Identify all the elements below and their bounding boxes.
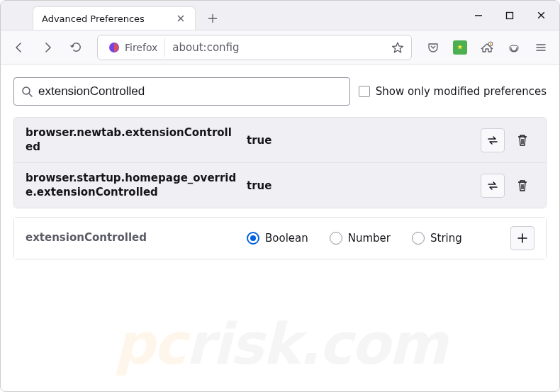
radio-label: Number bbox=[348, 232, 391, 245]
search-row: Show only modified preferences bbox=[13, 77, 547, 106]
tabs-area: Advanced Preferences bbox=[1, 1, 463, 30]
search-icon bbox=[21, 86, 33, 97]
window-minimize-button[interactable] bbox=[463, 2, 494, 29]
pref-name: browser.newtab.extensionControlled bbox=[26, 126, 238, 154]
delete-button[interactable] bbox=[510, 128, 534, 152]
radio-label: Boolean bbox=[265, 232, 308, 245]
watermark-risk: risk.com bbox=[185, 311, 446, 377]
new-pref-actions bbox=[510, 226, 534, 250]
app-menu-button[interactable] bbox=[528, 35, 554, 60]
extension-icon bbox=[453, 40, 467, 55]
bookmark-star-button[interactable] bbox=[387, 37, 408, 58]
radio-number[interactable]: Number bbox=[330, 232, 391, 245]
url-bar[interactable]: Firefox about:config bbox=[97, 35, 412, 60]
radio-boolean[interactable]: Boolean bbox=[247, 232, 308, 245]
preferences-table: browser.newtab.extensionControlled true … bbox=[13, 117, 547, 208]
window-controls bbox=[463, 1, 559, 30]
new-tab-button[interactable] bbox=[201, 7, 224, 30]
show-modified-checkbox[interactable] bbox=[359, 86, 370, 97]
pocket-button[interactable] bbox=[420, 35, 446, 60]
url-identity-box[interactable]: Firefox bbox=[101, 38, 165, 57]
tab-title: Advanced Preferences bbox=[42, 13, 169, 24]
config-content: Show only modified preferences browser.n… bbox=[1, 65, 559, 391]
toggle-button[interactable] bbox=[481, 128, 505, 152]
delete-button[interactable] bbox=[510, 174, 534, 198]
browser-tab[interactable]: Advanced Preferences bbox=[33, 6, 196, 30]
radio-input[interactable] bbox=[412, 232, 425, 245]
titlebar: Advanced Preferences bbox=[1, 1, 559, 30]
pref-value: true bbox=[247, 134, 472, 147]
watermark-pc: pc bbox=[114, 311, 186, 377]
extension-button[interactable] bbox=[447, 35, 473, 60]
search-input[interactable] bbox=[38, 84, 342, 99]
forward-button[interactable] bbox=[35, 35, 60, 60]
svg-rect-0 bbox=[507, 12, 513, 18]
protections-button[interactable] bbox=[501, 35, 527, 60]
radio-input[interactable] bbox=[330, 232, 342, 245]
new-preference-table: extensionControlled Boolean Number Strin… bbox=[13, 217, 547, 259]
search-box[interactable] bbox=[13, 77, 350, 106]
pref-value: true bbox=[247, 179, 472, 192]
show-modified-checkbox-row[interactable]: Show only modified preferences bbox=[359, 85, 547, 98]
pref-row[interactable]: browser.startup.homepage_override.extens… bbox=[14, 163, 546, 208]
reload-button[interactable] bbox=[63, 35, 89, 60]
tab-close-button[interactable] bbox=[175, 13, 186, 24]
pref-actions bbox=[481, 174, 534, 198]
url-text[interactable]: about:config bbox=[165, 41, 387, 54]
back-button[interactable] bbox=[6, 35, 32, 60]
svg-point-3 bbox=[490, 43, 491, 44]
watermark: pcrisk.com bbox=[1, 311, 559, 377]
browser-window: Advanced Preferences bbox=[0, 0, 560, 392]
radio-string[interactable]: String bbox=[412, 232, 462, 245]
toggle-button[interactable] bbox=[481, 174, 505, 198]
pref-name: browser.startup.homepage_override.extens… bbox=[26, 172, 238, 199]
pref-row[interactable]: browser.newtab.extensionControlled true bbox=[14, 118, 546, 163]
radio-label: String bbox=[430, 232, 462, 245]
firefox-logo-icon bbox=[108, 41, 121, 54]
add-button[interactable] bbox=[510, 226, 534, 250]
new-pref-row: extensionControlled Boolean Number Strin… bbox=[14, 218, 546, 259]
radio-input[interactable] bbox=[247, 232, 259, 245]
url-identity-label: Firefox bbox=[125, 42, 157, 53]
window-maximize-button[interactable] bbox=[494, 2, 525, 29]
nav-toolbar: Firefox about:config bbox=[1, 30, 559, 65]
toolbar-icon-group bbox=[420, 35, 554, 60]
show-modified-label: Show only modified preferences bbox=[376, 85, 547, 98]
new-pref-name: extensionControlled bbox=[26, 231, 238, 245]
account-button[interactable] bbox=[474, 35, 500, 60]
pref-actions bbox=[481, 128, 534, 152]
window-close-button[interactable] bbox=[525, 2, 556, 29]
new-pref-type-group: Boolean Number String bbox=[247, 232, 502, 245]
